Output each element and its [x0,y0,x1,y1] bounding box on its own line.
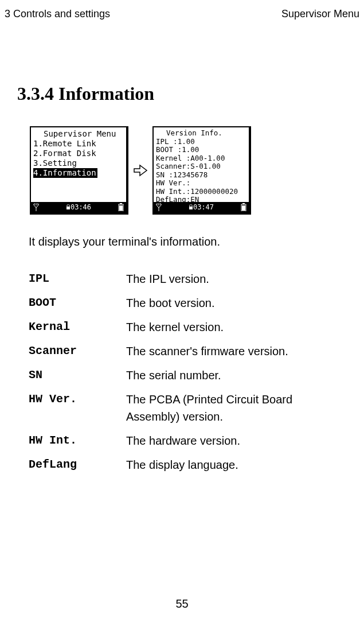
section-heading: 3.3.4 Information [0,20,364,104]
term-deflang: DefLang [29,453,126,477]
term-sn: SN [29,363,126,387]
svg-rect-3 [119,205,123,211]
term-hw-int: HW Int. [29,429,126,453]
svg-rect-0 [66,207,70,209]
desc-deflang: The display language. [126,453,332,477]
lcd-title-left: Supervisor Menu [33,129,125,139]
menu-item-setting: 3.Setting [33,158,125,168]
page-header: 3 Controls and settings Supervisor Menu [0,0,364,20]
screenshots-row: Supervisor Menu 1.Remote Link 2.Format D… [30,126,364,215]
info-sn: SN :12345678 [156,171,248,180]
battery-icon [241,203,246,211]
menu-item-remote-link: 1.Remote Link [33,139,125,149]
table-row: DefLang The display language. [29,453,332,477]
info-scanner: Scanner:S-01.00 [156,162,248,171]
desc-hw-int: The hardware version. [126,429,332,453]
menu-item-format-disk: 2.Format Disk [33,149,125,158]
lcd-screen-version-info: Version Info. IPL :1.00 BOOT :1.00 Kerne… [152,126,251,215]
page-number: 55 [0,597,364,611]
header-left: 3 Controls and settings [5,8,110,20]
intro-paragraph: It displays your terminal's information. [29,235,364,248]
lock-icon [66,204,71,210]
desc-hw-ver: The PCBA (Printed Circuit Board Assembly… [126,387,332,429]
menu-item-information-selected: 4.Information [33,168,97,178]
lock-icon [189,204,193,210]
status-bar-left: 03:46 [31,202,126,212]
status-time-right: 03:47 [189,203,214,212]
lcd-title-right: Version Info. [156,129,248,138]
status-bar-right: 03:47 [154,202,249,212]
antenna-icon [33,203,39,211]
term-kernal: Kernal [29,315,126,339]
desc-boot: The boot version. [126,291,332,315]
table-row: Scanner The scanner's firmware version. [29,339,332,363]
info-hw-int: HW Int.:12000000020 [156,188,248,196]
desc-scanner: The scanner's firmware version. [126,339,332,363]
antenna-icon [156,203,162,211]
info-ipl: IPL :1.00 [156,138,248,146]
table-row: IPL The IPL version. [29,267,332,291]
table-row: Kernal The kernel version. [29,315,332,339]
svg-rect-4 [189,207,193,209]
desc-kernal: The kernel version. [126,315,332,339]
header-right: Supervisor Menu [281,8,359,20]
lcd-screen-supervisor-menu: Supervisor Menu 1.Remote Link 2.Format D… [30,126,128,215]
arrow-right-icon [133,163,148,178]
status-time-left: 03:46 [66,203,91,212]
desc-ipl: The IPL version. [126,267,332,291]
svg-rect-7 [242,205,245,211]
table-row: HW Int. The hardware version. [29,429,332,453]
info-hw-ver: HW Ver.: [156,179,248,188]
definitions-table: IPL The IPL version. BOOT The boot versi… [29,267,332,477]
table-row: BOOT The boot version. [29,291,332,315]
table-row: SN The serial number. [29,363,332,387]
info-boot: BOOT :1.00 [156,146,248,154]
info-kernel: Kernel :A00-1.00 [156,154,248,163]
desc-sn: The serial number. [126,363,332,387]
term-boot: BOOT [29,291,126,315]
term-ipl: IPL [29,267,126,291]
term-scanner: Scanner [29,339,126,363]
battery-icon [118,203,124,211]
table-row: HW Ver. The PCBA (Printed Circuit Board … [29,387,332,429]
term-hw-ver: HW Ver. [29,387,126,429]
